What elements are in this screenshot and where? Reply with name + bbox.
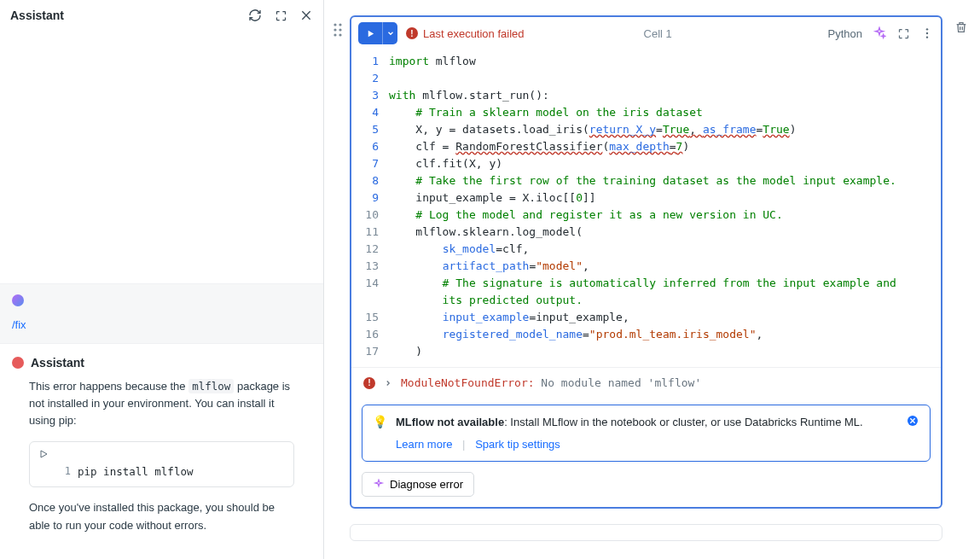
error-output[interactable]: ! ModuleNotFoundError: No module named '… [351, 367, 941, 398]
svg-point-8 [926, 36, 928, 38]
assistant-explanation: This error happens because the mlflow pa… [12, 378, 311, 429]
error-badge-icon: ! [406, 27, 418, 39]
close-icon[interactable] [299, 9, 313, 22]
kebab-menu-icon[interactable] [920, 26, 934, 40]
line-gutter: 1 2 3 4 5 6 7 8 9 10 11 12 13 14 [351, 53, 389, 360]
next-cell-placeholder[interactable] [350, 524, 942, 541]
fullscreen-icon[interactable] [896, 26, 910, 40]
diagnose-error-button[interactable]: Diagnose error [362, 472, 474, 497]
svg-point-4 [333, 33, 336, 36]
code-content[interactable]: import mlflow with mlflow.start_run(): #… [389, 53, 941, 360]
notebook-area: ! Last execution failed Cell 1 Python [324, 0, 980, 559]
user-avatar-icon [12, 294, 24, 306]
chevron-right-icon [384, 379, 392, 387]
svg-point-3 [339, 28, 341, 31]
drag-handle-icon[interactable] [333, 22, 343, 38]
svg-point-6 [926, 28, 928, 30]
play-icon[interactable] [358, 22, 382, 44]
delete-cell-icon[interactable] [954, 20, 968, 34]
line-number: 1 [50, 462, 78, 486]
user-name-placeholder [31, 294, 201, 306]
run-button[interactable] [358, 22, 397, 44]
code-editor[interactable]: 1 2 3 4 5 6 7 8 9 10 11 12 13 14 [351, 49, 941, 367]
language-label[interactable]: Python [828, 27, 862, 40]
assistant-panel: Assistant /fix [0, 0, 324, 559]
lightbulb-icon: 💡 [373, 415, 387, 428]
code-cell: ! Last execution failed Cell 1 Python [350, 15, 942, 509]
cell-label: Cell 1 [644, 27, 672, 40]
error-badge-icon: ! [363, 377, 375, 389]
run-dropdown-caret-icon[interactable] [382, 22, 397, 44]
expand-icon[interactable] [274, 9, 287, 22]
assistant-sparkle-icon[interactable] [873, 26, 886, 40]
svg-point-1 [339, 23, 341, 26]
svg-point-7 [926, 32, 928, 34]
svg-point-0 [333, 23, 336, 26]
suggested-code-block: 1 pip install mlflow [29, 441, 294, 487]
assistant-avatar-icon [12, 357, 24, 369]
svg-point-5 [339, 33, 341, 36]
assistant-title: Assistant [10, 9, 64, 22]
assistant-followup: Once you've installed this package, you … [12, 499, 311, 533]
dismiss-hint-icon[interactable] [906, 414, 919, 428]
learn-more-link[interactable]: Learn more [396, 438, 452, 451]
assistant-message: Assistant This error happens because the… [0, 344, 323, 534]
spark-tip-settings-link[interactable]: Spark tip settings [475, 438, 560, 451]
refresh-icon[interactable] [248, 9, 262, 22]
play-icon[interactable] [37, 447, 50, 461]
svg-point-2 [333, 28, 336, 31]
user-message: /fix [0, 283, 323, 344]
execution-status: ! Last execution failed [406, 27, 525, 40]
slash-command: /fix [12, 318, 311, 331]
suggested-code: pip install mlflow [78, 462, 193, 486]
cell-toolbar: ! Last execution failed Cell 1 Python [351, 17, 941, 49]
assistant-label: Assistant [31, 356, 84, 370]
hint-panel: 💡 MLflow not available: Install MLflow i… [362, 405, 931, 462]
sparkle-icon [373, 479, 385, 491]
